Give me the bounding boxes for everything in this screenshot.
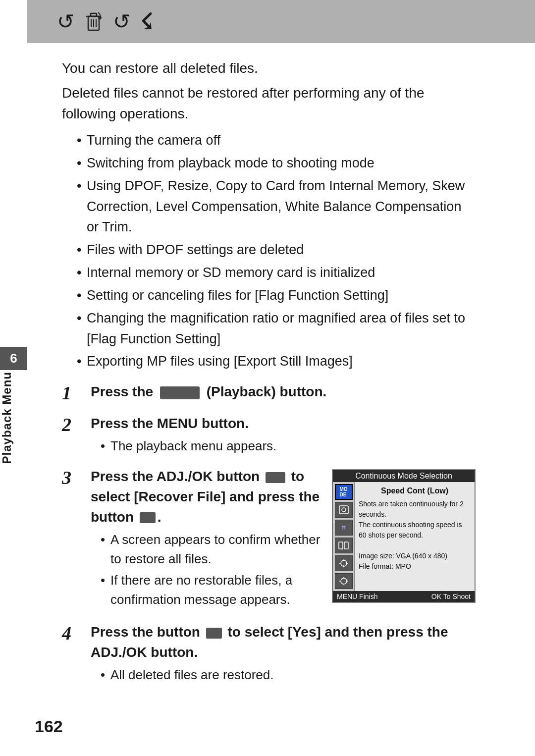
step-1-title: Press the (Playback) button. bbox=[91, 384, 326, 399]
page-number: 162 bbox=[35, 717, 63, 736]
cam-footer: MENU Finish OK To Shoot bbox=[333, 591, 475, 602]
step-1: 1 Press the (Playback) button. bbox=[62, 382, 476, 405]
cam-icon-mode[interactable]: MODE bbox=[335, 484, 353, 500]
list-item: Internal memory or SD memory card is ini… bbox=[77, 263, 476, 283]
step-3-sub: A screen appears to confirm whether to r… bbox=[91, 530, 322, 609]
header-icon-bar: ↺ ↺ ☇ bbox=[27, 0, 535, 43]
step-2-sub: The playback menu appears. bbox=[91, 436, 476, 456]
step-2-content: Press the MENU button. The playback menu… bbox=[91, 414, 476, 458]
cam-info-text: Shots are taken continuously for 2 secon… bbox=[359, 499, 471, 572]
list-item: Files with DPOF settings are deleted bbox=[77, 240, 476, 261]
step-4-content: Press the button to select [Yes] and the… bbox=[91, 622, 476, 687]
svg-point-15 bbox=[341, 578, 347, 584]
svg-rect-9 bbox=[344, 542, 348, 549]
cam-footer-left: MENU Finish bbox=[337, 593, 377, 600]
recycle-icon: ↺ bbox=[57, 9, 74, 34]
list-item: Setting or canceling files for [Flag Fun… bbox=[77, 285, 476, 306]
svg-point-7 bbox=[342, 508, 346, 512]
cam-body: MODE Ħ bbox=[333, 482, 475, 591]
sidebar-chapter-title: Playback Menu bbox=[0, 372, 27, 464]
intro-line2: Deleted files cannot be restored after p… bbox=[62, 83, 476, 124]
cam-icon-self2[interactable] bbox=[335, 573, 353, 589]
list-item: Changing the magnification ratio or magn… bbox=[77, 308, 476, 350]
cam-footer-right: OK To Shoot bbox=[431, 593, 471, 600]
lightning-icon: ☇ bbox=[140, 9, 153, 34]
svg-rect-2 bbox=[91, 13, 97, 16]
step-2-title: Press the MENU button. bbox=[91, 416, 249, 431]
step-3-text: Press the ADJ./OK button to select [Reco… bbox=[91, 467, 322, 611]
step-4-sub-1: All deleted files are restored. bbox=[101, 665, 476, 685]
step-3-number: 3 bbox=[62, 467, 87, 489]
step-4-title: Press the button to select [Yes] and the… bbox=[91, 624, 448, 660]
step-2-number: 2 bbox=[62, 414, 87, 436]
cam-icon-burst[interactable] bbox=[335, 538, 353, 553]
svg-rect-8 bbox=[339, 542, 343, 549]
camera-screen: Continuous Mode Selection MODE Ħ bbox=[332, 469, 476, 603]
step-1-number: 1 bbox=[62, 382, 87, 405]
step-3: 3 Press the ADJ./OK button to select [Re… bbox=[62, 467, 476, 611]
step-3-row: Press the ADJ./OK button to select [Reco… bbox=[91, 467, 476, 611]
step-4-number: 4 bbox=[62, 622, 87, 645]
cam-info-panel: Speed Cont (Low) Shots are taken continu… bbox=[355, 482, 475, 591]
step-2: 2 Press the MENU button. The playback me… bbox=[62, 414, 476, 458]
step-3-title: Press the ADJ./OK button to select [Reco… bbox=[91, 469, 320, 524]
svg-rect-6 bbox=[339, 506, 348, 514]
bullet-list: Turning the camera off Switching from pl… bbox=[77, 130, 476, 372]
step-4-sub: All deleted files are restored. bbox=[91, 665, 476, 685]
cam-icon-list: MODE Ħ bbox=[333, 482, 355, 591]
recycle2-icon: ↺ bbox=[113, 9, 130, 34]
step-3-content: Press the ADJ./OK button to select [Reco… bbox=[91, 467, 476, 611]
list-item: Using DPOF, Resize, Copy to Card from In… bbox=[77, 176, 476, 238]
cam-screen-body: Continuous Mode Selection MODE Ħ bbox=[332, 470, 475, 602]
list-item: Switching from playback mode to shooting… bbox=[77, 153, 476, 174]
trash-recycle-icon bbox=[84, 11, 103, 32]
list-item: Exporting MP files using [Export Still I… bbox=[77, 351, 476, 372]
step-2-sub-item: The playback menu appears. bbox=[101, 436, 476, 456]
cam-icon-self1[interactable] bbox=[335, 555, 353, 571]
page-container: 6 Playback Menu ↺ ↺ ☇ You can restore al… bbox=[0, 0, 535, 756]
cam-icon-cont[interactable]: Ħ bbox=[335, 520, 353, 536]
cam-selected-label: Speed Cont (Low) bbox=[359, 485, 471, 497]
step-3-sub-1: A screen appears to confirm whether to r… bbox=[101, 530, 322, 569]
step-3-sub-2: If there are no restorable files, a conf… bbox=[101, 571, 322, 609]
sidebar-chapter-number: 6 bbox=[0, 347, 27, 370]
cam-title-bar: Continuous Mode Selection bbox=[333, 470, 475, 482]
intro-line1: You can restore all deleted files. bbox=[62, 58, 476, 79]
step-1-content: Press the (Playback) button. bbox=[91, 382, 476, 402]
steps-section: 1 Press the (Playback) button. 2 Press t… bbox=[62, 382, 476, 687]
sidebar: 6 Playback Menu bbox=[0, 0, 27, 756]
list-item: Turning the camera off bbox=[77, 130, 476, 151]
step-4: 4 Press the button to select [Yes] and t… bbox=[62, 622, 476, 687]
cam-icon-single[interactable] bbox=[335, 502, 353, 518]
